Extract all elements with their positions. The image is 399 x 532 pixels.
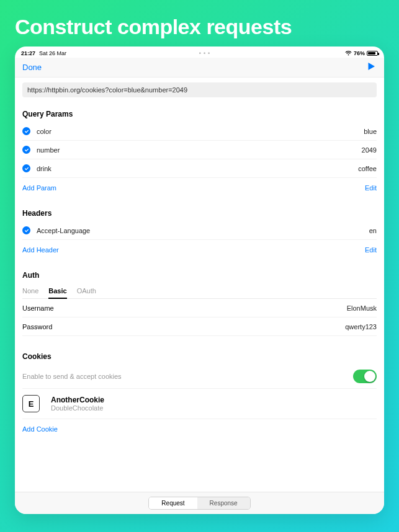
cookies-section: Cookies Enable to send & accept cookies … bbox=[15, 345, 384, 443]
password-value: qwerty123 bbox=[345, 323, 377, 330]
param-row[interactable]: number 2049 bbox=[22, 141, 377, 159]
password-label: Password bbox=[22, 323, 52, 330]
add-cookie-button[interactable]: Add Cookie bbox=[22, 425, 58, 433]
auth-title: Auth bbox=[22, 264, 377, 283]
param-key: color bbox=[37, 128, 52, 135]
hero-title: Construct complex requests bbox=[0, 0, 399, 47]
status-handle: ••• bbox=[66, 50, 345, 56]
param-key: number bbox=[37, 146, 60, 154]
cookies-description: Enable to send & accept cookies bbox=[22, 373, 122, 380]
header-key: Accept-Language bbox=[37, 227, 90, 234]
url-field[interactable]: https://httpbin.org/cookies?color=blue&n… bbox=[22, 82, 377, 97]
cookies-title: Cookies bbox=[22, 345, 377, 365]
edit-params-button[interactable]: Edit bbox=[365, 184, 377, 192]
checkmark-icon[interactable] bbox=[22, 146, 30, 154]
battery-icon bbox=[367, 51, 378, 56]
auth-tab-basic[interactable]: Basic bbox=[48, 287, 66, 295]
param-key: drink bbox=[37, 165, 52, 172]
header-value: en bbox=[369, 227, 377, 234]
headers-section: Headers Accept-Language en Add Header Ed… bbox=[15, 202, 384, 264]
navbar: Done bbox=[15, 58, 384, 78]
param-value: coffee bbox=[358, 165, 377, 172]
headers-title: Headers bbox=[22, 202, 377, 221]
username-label: Username bbox=[22, 304, 54, 312]
status-time: 21:27 bbox=[21, 50, 35, 56]
wifi-icon bbox=[345, 51, 352, 56]
status-date: Sat 26 Mar bbox=[39, 50, 66, 56]
auth-tab-oauth[interactable]: OAuth bbox=[77, 287, 96, 295]
auth-username-row[interactable]: Username ElonMusk bbox=[22, 299, 377, 317]
header-row[interactable]: Accept-Language en bbox=[22, 221, 377, 240]
auth-password-row[interactable]: Password qwerty123 bbox=[22, 317, 377, 336]
param-row[interactable]: color blue bbox=[22, 122, 377, 141]
seg-response[interactable]: Response bbox=[197, 497, 250, 509]
cookie-row[interactable]: E AnotherCookie DoubleChocolate bbox=[22, 389, 377, 419]
param-row[interactable]: drink coffee bbox=[22, 159, 377, 178]
bottom-bar: Request Response bbox=[15, 492, 384, 514]
param-value: blue bbox=[364, 128, 377, 135]
status-bar: 21:27 Sat 26 Mar ••• 76% bbox=[15, 47, 384, 58]
query-params-section: Query Params color blue number 2049 drin… bbox=[15, 102, 384, 202]
seg-request[interactable]: Request bbox=[149, 497, 197, 509]
cookie-name: AnotherCookie bbox=[51, 396, 104, 404]
battery-pct: 76% bbox=[354, 50, 365, 56]
auth-tab-none[interactable]: None bbox=[22, 287, 38, 295]
query-params-title: Query Params bbox=[22, 102, 377, 122]
device-frame: 21:27 Sat 26 Mar ••• 76% Done https://ht… bbox=[15, 47, 384, 514]
cookie-icon: E bbox=[22, 395, 40, 412]
edit-headers-button[interactable]: Edit bbox=[365, 246, 377, 254]
send-button[interactable] bbox=[365, 61, 377, 74]
cookie-value: DoubleChocolate bbox=[51, 404, 104, 412]
checkmark-icon[interactable] bbox=[22, 164, 30, 172]
checkmark-icon[interactable] bbox=[22, 226, 30, 234]
checkmark-icon[interactable] bbox=[22, 127, 30, 135]
username-value: ElonMusk bbox=[347, 304, 377, 312]
segmented-control: Request Response bbox=[148, 497, 250, 510]
auth-section: Auth None Basic OAuth Username ElonMusk … bbox=[15, 264, 384, 336]
add-param-button[interactable]: Add Param bbox=[22, 184, 56, 192]
done-button[interactable]: Done bbox=[22, 63, 42, 72]
param-value: 2049 bbox=[362, 146, 377, 154]
add-header-button[interactable]: Add Header bbox=[22, 246, 59, 254]
cookies-toggle[interactable] bbox=[353, 370, 377, 383]
